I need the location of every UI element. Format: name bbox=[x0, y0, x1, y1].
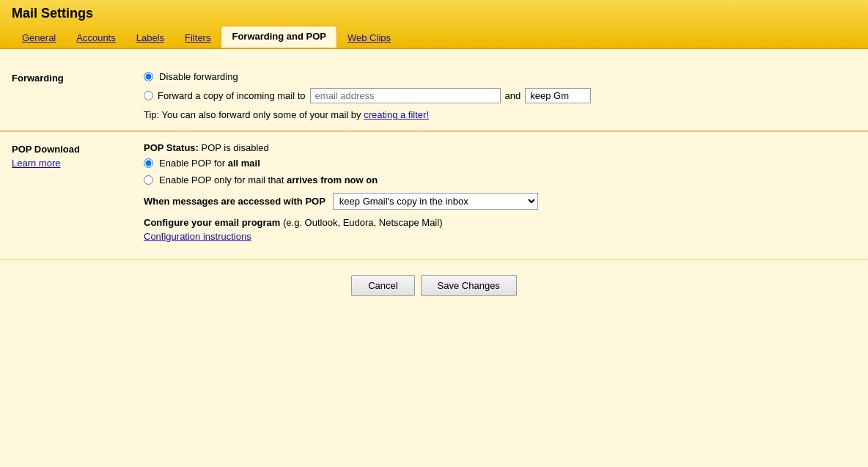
pop-now-row: Enable POP only for mail that arrives fr… bbox=[144, 174, 856, 185]
pop-action-dropdown[interactable]: keep Gmail's copy in the inbox mark Gmai… bbox=[333, 193, 538, 210]
pop-label: POP Download Learn more bbox=[12, 142, 144, 249]
pop-step2: When messages are accessed with POP keep… bbox=[144, 193, 856, 210]
pop-step1-title: POP Status: POP is disabled bbox=[144, 142, 856, 153]
pop-section-label: POP Download bbox=[12, 144, 80, 155]
nav-tabs: General Accounts Labels Filters Forwardi… bbox=[12, 26, 856, 48]
forwarding-section: Forwarding Disable forwarding Forward a … bbox=[0, 61, 868, 130]
creating-filter-link[interactable]: creating a filter! bbox=[364, 109, 429, 120]
save-changes-button[interactable]: Save Changes bbox=[421, 275, 517, 296]
pop-section: POP Download Learn more POP Status: POP … bbox=[0, 131, 868, 260]
page-title: Mail Settings bbox=[12, 6, 856, 26]
configuration-instructions-link[interactable]: Configuration instructions bbox=[144, 231, 856, 242]
pop-now-radio[interactable] bbox=[144, 175, 153, 185]
tab-accounts[interactable]: Accounts bbox=[66, 28, 125, 48]
forwarding-body: Disable forwarding Forward a copy of inc… bbox=[144, 71, 856, 120]
cancel-button[interactable]: Cancel bbox=[351, 275, 414, 296]
forward-copy-row: Forward a copy of incoming mail to and bbox=[144, 88, 856, 103]
main-content: Forwarding Disable forwarding Forward a … bbox=[0, 49, 868, 311]
header: Mail Settings General Accounts Labels Fi… bbox=[0, 0, 868, 49]
and-text: and bbox=[505, 90, 521, 101]
keep-gm-input[interactable] bbox=[525, 88, 591, 103]
disable-forwarding-label[interactable]: Disable forwarding bbox=[159, 71, 238, 82]
forwarding-label: Forwarding bbox=[12, 71, 144, 120]
email-address-input[interactable] bbox=[310, 88, 501, 103]
tab-filters[interactable]: Filters bbox=[174, 28, 221, 48]
footer-buttons: Cancel Save Changes bbox=[0, 260, 868, 311]
disable-forwarding-row: Disable forwarding bbox=[144, 71, 856, 82]
tab-forwarding[interactable]: Forwarding and POP bbox=[221, 26, 337, 48]
forward-copy-label[interactable]: Forward a copy of incoming mail to bbox=[158, 90, 306, 101]
tab-webclips[interactable]: Web Clips bbox=[337, 28, 401, 48]
pop-now-label[interactable]: Enable POP only for mail that arrives fr… bbox=[159, 174, 378, 185]
pop-all-mail-row: Enable POP for all mail bbox=[144, 158, 856, 169]
pop-step3-title: Configure your email program (e.g. Outlo… bbox=[144, 217, 856, 228]
tip-text: Tip: You can also forward only some of y… bbox=[144, 109, 856, 120]
pop-all-radio[interactable] bbox=[144, 158, 153, 168]
pop-all-label[interactable]: Enable POP for all mail bbox=[159, 158, 260, 169]
tab-labels[interactable]: Labels bbox=[126, 28, 174, 48]
tab-general[interactable]: General bbox=[12, 28, 66, 48]
pop-body: POP Status: POP is disabled Enable POP f… bbox=[144, 142, 856, 249]
pop-step1: POP Status: POP is disabled Enable POP f… bbox=[144, 142, 856, 185]
learn-more-link[interactable]: Learn more bbox=[12, 158, 144, 169]
disable-forwarding-radio[interactable] bbox=[144, 72, 153, 81]
forward-copy-radio[interactable] bbox=[144, 91, 153, 100]
pop-step3: Configure your email program (e.g. Outlo… bbox=[144, 217, 856, 242]
